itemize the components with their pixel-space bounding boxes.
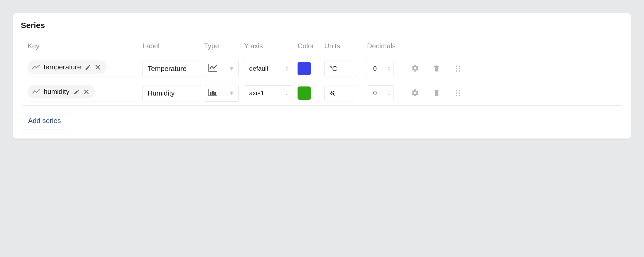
table-row: temperature	[21, 56, 623, 81]
card-title: Series	[21, 21, 623, 30]
stepper-icon: ▲▼	[388, 66, 390, 71]
series-label-input[interactable]	[142, 85, 201, 101]
series-decimals-stepper[interactable]: 0 ▲▼	[367, 61, 394, 76]
series-card: Series Key Label Type Y axis Color Units…	[13, 13, 631, 139]
series-key-chip[interactable]: humidity	[28, 85, 95, 98]
pencil-icon[interactable]	[73, 89, 80, 95]
trash-icon[interactable]	[431, 88, 442, 98]
series-yaxis-value: axis1	[249, 89, 264, 97]
col-color: Color	[298, 42, 324, 50]
series-decimals-value: 0	[373, 89, 377, 97]
timeseries-icon	[32, 65, 40, 70]
timeseries-icon	[32, 89, 40, 94]
col-label: Label	[142, 42, 204, 50]
series-type-select[interactable]: ▼	[204, 85, 239, 102]
series-decimals-value: 0	[373, 65, 377, 72]
series-units-input[interactable]	[324, 85, 356, 101]
col-type: Type	[204, 42, 244, 50]
series-units-input[interactable]	[324, 61, 356, 77]
caret-down-icon: ▼	[228, 65, 235, 72]
series-label-input[interactable]	[142, 61, 201, 77]
close-icon[interactable]	[83, 89, 89, 95]
svg-point-17	[456, 95, 457, 96]
series-yaxis-value: default	[249, 65, 268, 72]
trash-icon[interactable]	[431, 63, 442, 74]
drag-handle-icon[interactable]	[453, 88, 463, 98]
svg-point-6	[456, 70, 457, 72]
series-yaxis-select[interactable]: axis1 ▲▼	[244, 85, 292, 101]
svg-point-15	[456, 93, 457, 94]
series-yaxis-select[interactable]: default ▲▼	[244, 61, 292, 76]
series-key-text: humidity	[44, 88, 70, 96]
svg-point-13	[456, 90, 457, 92]
svg-rect-10	[210, 92, 211, 95]
svg-point-5	[459, 68, 460, 69]
col-yaxis: Y axis	[244, 42, 298, 50]
table-header: Key Label Type Y axis Color Units Decima…	[21, 36, 623, 56]
svg-point-18	[459, 95, 460, 96]
series-decimals-stepper[interactable]: 0 ▲▼	[367, 85, 394, 101]
svg-point-4	[456, 68, 457, 69]
svg-point-2	[456, 66, 457, 67]
svg-point-16	[459, 93, 460, 94]
svg-rect-11	[212, 91, 214, 95]
caret-down-icon: ▼	[228, 89, 235, 97]
col-units: Units	[324, 42, 367, 50]
stepper-icon: ▲▼	[286, 90, 288, 96]
svg-rect-12	[214, 92, 216, 95]
close-icon[interactable]	[95, 64, 101, 70]
stepper-icon: ▲▼	[388, 90, 390, 96]
add-series-button[interactable]: Add series	[21, 112, 68, 129]
svg-point-7	[459, 70, 460, 72]
col-decimals: Decimals	[367, 42, 410, 50]
series-color-swatch[interactable]	[298, 62, 311, 75]
pencil-icon[interactable]	[85, 64, 91, 70]
table-row: humidity	[21, 81, 623, 105]
svg-point-3	[459, 66, 460, 67]
gear-icon[interactable]	[410, 63, 421, 74]
series-key-text: temperature	[44, 63, 81, 71]
bar-chart-icon	[208, 88, 218, 98]
gear-icon[interactable]	[410, 88, 421, 98]
col-key: Key	[28, 42, 142, 50]
svg-point-14	[459, 90, 460, 92]
series-key-chip[interactable]: temperature	[28, 60, 107, 74]
series-color-swatch[interactable]	[298, 86, 311, 100]
series-table: Key Label Type Y axis Color Units Decima…	[21, 36, 623, 106]
series-type-select[interactable]: ▼	[204, 60, 239, 77]
stepper-icon: ▲▼	[286, 66, 288, 71]
drag-handle-icon[interactable]	[453, 63, 463, 74]
line-chart-icon	[208, 64, 218, 74]
